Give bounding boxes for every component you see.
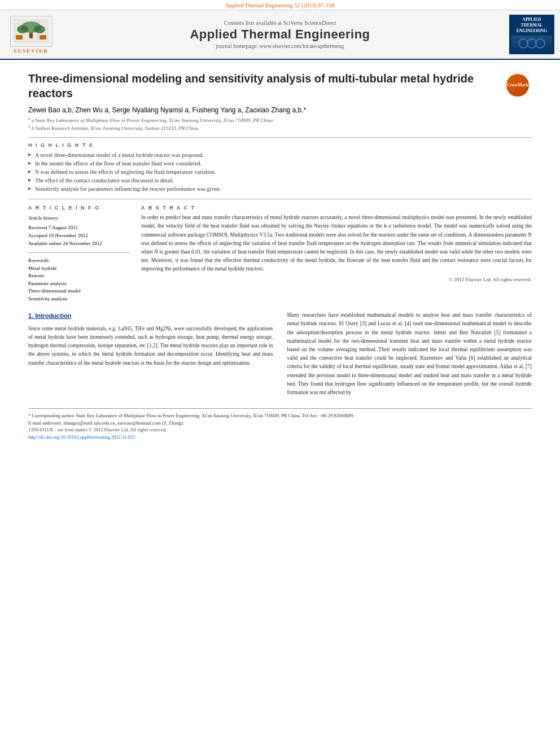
intro-left-col: 1. Introduction Since some metal hydride…: [28, 311, 273, 397]
journal-header: ELSEVIER Contents lists available at Sci…: [0, 10, 560, 60]
highlights-section: H I G H L I G H T S A novel three-dimens…: [28, 142, 532, 193]
ate-logo-container: APPLIEDTHERMALENGINEERING: [504, 15, 554, 54]
article-title: Three-dimensional modeling and sensitivi…: [28, 71, 501, 101]
keyword-3: Parameter analysis: [28, 280, 130, 288]
abstract-label: A B S T R A C T: [141, 205, 532, 211]
abstract-text: In order to predict heat and mass transf…: [141, 213, 532, 273]
elsevier-logo-box: ELSEVIER: [6, 16, 56, 54]
history-label: Article history:: [28, 214, 130, 222]
highlight-item-3: N was defined to assess the effects of n…: [28, 168, 532, 176]
svg-point-7: [519, 39, 528, 48]
footer-issn: 1359-4311/$ – see front matter © 2012 El…: [28, 427, 532, 433]
journal-citation: Applied Thermal Engineering 52 (2013) 97…: [225, 2, 335, 8]
highlights-label: H I G H L I G H T S: [28, 142, 532, 148]
ate-logo-box: APPLIEDTHERMALENGINEERING: [509, 15, 554, 54]
journal-title: Applied Thermal Engineering: [56, 27, 504, 42]
keyword-5: Sensitivity analysis: [28, 295, 130, 303]
crossmark-icon: CrossMark: [506, 74, 529, 97]
elsevier-logo-image: [10, 16, 53, 47]
footer-footnote: * Corresponding author. State Key Labora…: [28, 412, 532, 427]
journal-header-center: Contents lists available at SciVerse Sci…: [56, 20, 504, 49]
sciverse-text: Contents lists available at SciVerse Sci…: [56, 20, 504, 26]
elsevier-logo-container: ELSEVIER: [6, 16, 56, 54]
highlight-item-1: A novel three-dimensional model of a met…: [28, 151, 532, 159]
svg-point-3: [34, 25, 45, 33]
svg-rect-6: [40, 35, 46, 40]
article-history: Article history: Received 7 August 2011 …: [28, 214, 130, 248]
intro-two-col: 1. Introduction Since some metal hydride…: [28, 311, 532, 397]
highlight-item-4: The effect of the contact conductance wa…: [28, 176, 532, 185]
intro-right-col: Many researchers have established mathem…: [287, 311, 532, 397]
article-info-label: A R T I C L E I N F O: [28, 205, 130, 211]
page-footer: * Corresponding author. State Key Labora…: [28, 408, 532, 440]
section1-heading: 1. Introduction: [28, 311, 273, 321]
abstract-copyright: © 2012 Elsevier Ltd. All rights reserved…: [141, 277, 532, 282]
elsevier-brand-text: ELSEVIER: [14, 48, 49, 54]
affiliations: a a State Key Laboratory of Multiphase F…: [28, 116, 532, 132]
ate-logo-graphic: [517, 37, 548, 51]
affiliation-b: b b Suzhou Research Institute, Xi'an Jia…: [28, 125, 199, 131]
rule-info: [28, 252, 130, 253]
highlight-item-2: In the model the effects of the flow of …: [28, 159, 532, 168]
abstract-col: A B S T R A C T In order to predict heat…: [141, 205, 532, 303]
rule-1: [28, 137, 532, 138]
keywords-section: Keywords: Metal hydride Reactor Paramete…: [28, 257, 130, 303]
available-date: Available online 24 November 2012: [28, 239, 130, 247]
footer-emails: zhangzx@mail.xjtu.edu.cn, zaoxiao@hotmai…: [63, 420, 183, 426]
highlight-item-5: Sensitivity analysis for parameters infl…: [28, 185, 532, 193]
journal-homepage: journal homepage: www.elsevier.com/locat…: [56, 43, 504, 49]
elsevier-tree-icon: [11, 17, 51, 45]
accepted-date: Accepted 19 November 2012: [28, 231, 130, 239]
svg-point-8: [527, 39, 536, 48]
footer-email-label: E-mail addresses:: [28, 420, 62, 426]
svg-rect-5: [16, 35, 23, 40]
svg-point-2: [17, 25, 28, 33]
intro-right-text: Many researchers have established mathem…: [287, 311, 532, 397]
article-info-col: A R T I C L E I N F O Article history: R…: [28, 205, 130, 303]
crossmark-badge: CrossMark: [506, 74, 532, 99]
article-info-abstract-section: A R T I C L E I N F O Article history: R…: [28, 205, 532, 303]
svg-point-9: [536, 39, 545, 48]
keyword-1: Metal hydride: [28, 265, 130, 273]
rule-2: [28, 199, 532, 199]
ate-logo-title: APPLIEDTHERMALENGINEERING: [517, 17, 547, 33]
affiliation-a: a a State Key Laboratory of Multiphase F…: [28, 117, 273, 123]
body-section: 1. Introduction Since some metal hydride…: [28, 311, 532, 397]
authors-line: Zewei Bao a,b, Zhen Wu a, Serge Nyallang…: [28, 106, 532, 114]
keyword-2: Reactor: [28, 272, 130, 280]
footer-doi: http://dx.doi.org/10.1016/j.applthermale…: [28, 434, 532, 440]
keyword-4: Three-dimensional model: [28, 287, 130, 295]
highlights-list: A novel three-dimensional model of a met…: [28, 151, 532, 193]
keywords-label: Keywords:: [28, 257, 130, 263]
received-date: Received 7 August 2011: [28, 224, 130, 231]
article-title-section: Three-dimensional modeling and sensitivi…: [28, 60, 532, 106]
svg-rect-4: [29, 33, 33, 38]
main-content: Three-dimensional modeling and sensitivi…: [0, 60, 560, 440]
journal-top-bar: Applied Thermal Engineering 52 (2013) 97…: [0, 0, 560, 10]
intro-left-text: Since some metal hydride materials, e.g.…: [28, 325, 273, 368]
